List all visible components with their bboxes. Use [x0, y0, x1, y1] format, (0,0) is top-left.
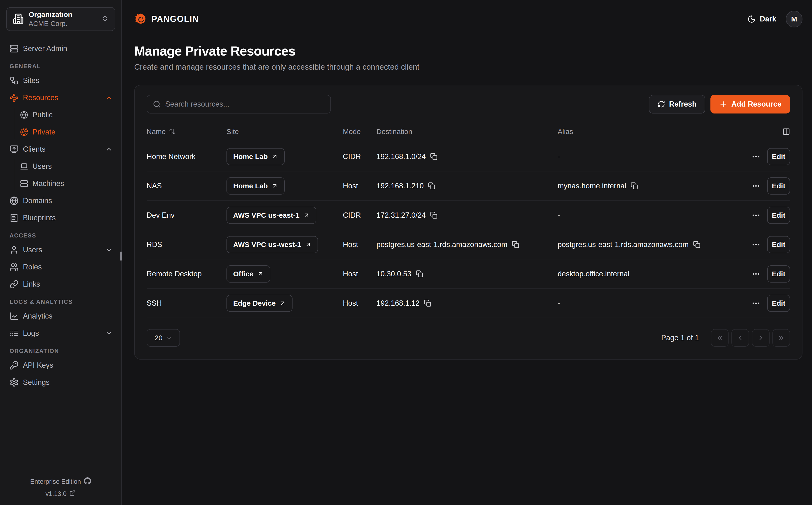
columns-toggle-button[interactable] [737, 128, 790, 135]
sidebar-item-private[interactable]: Private [20, 125, 113, 139]
copy-icon [693, 241, 700, 248]
sidebar-item-logs[interactable]: Logs [10, 326, 113, 340]
link-icon [10, 280, 19, 289]
copy-destination-button[interactable] [512, 241, 519, 248]
edit-button[interactable]: Edit [767, 207, 790, 224]
sidebar-item-server-admin[interactable]: Server Admin [10, 41, 113, 56]
table-row: Home NetworkHome LabCIDR192.168.1.0/24-E… [147, 142, 790, 171]
sidebar-item-label: Users [32, 162, 52, 171]
resource-name: SSH [147, 299, 226, 308]
chevron-right-icon [757, 334, 764, 341]
site-link-button[interactable]: Home Lab [226, 148, 285, 165]
brand[interactable]: PANGOLIN [134, 12, 199, 26]
row-actions-menu-button[interactable] [752, 270, 761, 279]
ellipsis-icon [752, 181, 761, 190]
copy-alias-button[interactable] [631, 182, 638, 190]
site-link-button[interactable]: Office [226, 266, 270, 283]
edit-button[interactable]: Edit [767, 177, 790, 195]
search-input[interactable] [165, 100, 325, 109]
column-header-mode: Mode [343, 128, 376, 136]
sidebar-scrollbar[interactable] [120, 251, 122, 261]
server-icon [10, 44, 19, 53]
ellipsis-icon [752, 152, 761, 161]
row-actions-menu-button[interactable] [752, 299, 761, 308]
page-size-select[interactable]: 20 [147, 329, 180, 347]
sidebar-item-users[interactable]: Users [10, 243, 113, 257]
alias-value: postgres.us-east-1.rds.amazonaws.com [558, 240, 689, 249]
copy-destination-button[interactable] [430, 211, 437, 219]
page-title: Manage Private Resources [134, 43, 802, 59]
sidebar-item-api-keys[interactable]: API Keys [10, 358, 113, 372]
row-actions-menu-button[interactable] [752, 152, 761, 161]
sidebar-item-settings[interactable]: Settings [10, 375, 113, 389]
copy-destination-button[interactable] [428, 182, 435, 190]
sidebar-item-label: Users [23, 245, 42, 254]
site-link-button[interactable]: Home Lab [226, 177, 285, 195]
edit-button[interactable]: Edit [767, 148, 790, 165]
sidebar-footer: Enterprise Edition v1.13.0 [0, 474, 121, 498]
page-info: Page 1 of 1 [661, 334, 699, 342]
sidebar-item-analytics[interactable]: Analytics [10, 309, 113, 323]
add-resource-button[interactable]: Add Resource [710, 95, 790, 114]
copy-destination-button[interactable] [430, 153, 437, 160]
sidebar-item-sites[interactable]: Sites [10, 73, 113, 88]
site-link-button[interactable]: AWS VPC us-east-1 [226, 207, 317, 224]
chevron-down-icon [106, 330, 113, 337]
alias-value: - [558, 152, 560, 161]
destination-value: postgres.us-east-1.rds.amazonaws.com [376, 240, 508, 249]
edit-button[interactable]: Edit [767, 236, 790, 253]
column-header-alias: Alias [558, 128, 737, 136]
copy-destination-button[interactable] [424, 300, 431, 307]
sidebar-item-domains[interactable]: Domains [10, 194, 113, 208]
ellipsis-icon [752, 240, 761, 249]
org-switcher[interactable]: Organization ACME Corp. [6, 7, 116, 31]
page-next-button[interactable] [752, 329, 770, 347]
building-icon [13, 13, 24, 25]
edit-button[interactable]: Edit [767, 266, 790, 283]
sidebar-item-resources[interactable]: Resources [10, 91, 113, 105]
page-previous-button[interactable] [732, 329, 749, 347]
sidebar-item-label: Roles [23, 263, 42, 271]
copy-alias-button[interactable] [693, 241, 700, 248]
sidebar-item-machines[interactable]: Machines [20, 176, 113, 191]
sidebar-item-links[interactable]: Links [10, 277, 113, 291]
sidebar-item-clients[interactable]: Clients [10, 142, 113, 156]
mode-value: CIDR [343, 211, 376, 219]
sidebar-item-roles[interactable]: Roles [10, 260, 113, 274]
sidebar-item-users[interactable]: Users [20, 159, 113, 174]
row-actions-menu-button[interactable] [752, 211, 761, 220]
sidebar-item-public[interactable]: Public [20, 108, 113, 122]
copy-icon [512, 241, 519, 248]
column-header-destination: Destination [376, 128, 558, 136]
server-icon [20, 180, 28, 188]
edition-link[interactable]: Enterprise Edition [0, 477, 121, 486]
row-actions-menu-button[interactable] [752, 181, 761, 190]
avatar[interactable]: M [786, 11, 802, 27]
site-link-button[interactable]: AWS VPC us-west-1 [226, 236, 318, 253]
org-switcher-name: ACME Corp. [29, 20, 96, 28]
copy-destination-button[interactable] [416, 270, 423, 278]
refresh-button[interactable]: Refresh [649, 95, 705, 114]
table-row: SSHEdge DeviceHost192.168.1.12-Edit [147, 289, 790, 318]
resource-name: NAS [147, 182, 226, 190]
gear-icon [10, 378, 19, 387]
page-first-button[interactable] [711, 329, 729, 347]
sidebar-item-blueprints[interactable]: Blueprints [10, 211, 113, 225]
alias-value: - [558, 211, 560, 219]
mode-value: Host [343, 182, 376, 190]
edit-button[interactable]: Edit [767, 295, 790, 312]
version-link[interactable]: v1.13.0 [0, 490, 121, 498]
arrow-up-right-icon [257, 271, 264, 277]
row-actions-menu-button[interactable] [752, 240, 761, 249]
sidebar-section-access: ACCESS [10, 232, 113, 239]
page-last-button[interactable] [772, 329, 790, 347]
resource-name: Home Network [147, 152, 226, 161]
theme-toggle-button[interactable]: Dark [747, 15, 776, 23]
site-link-button[interactable]: Edge Device [226, 295, 292, 312]
arrow-up-right-icon [279, 300, 286, 306]
receipt-icon [10, 213, 19, 222]
arrow-up-right-icon [271, 183, 278, 189]
user-icon [10, 245, 19, 255]
refresh-icon [657, 101, 665, 108]
column-header-name[interactable]: Name [147, 128, 226, 136]
